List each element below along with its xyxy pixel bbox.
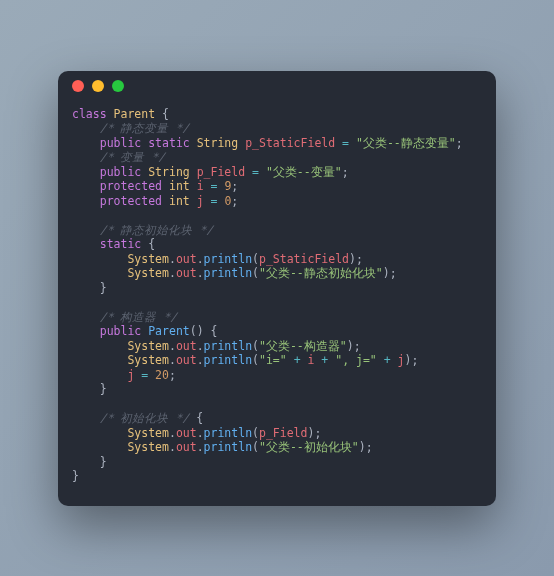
class-name: Parent: [114, 107, 156, 121]
comment: /* 初始化块 */: [100, 411, 190, 425]
brace: }: [100, 281, 107, 295]
string: "i=": [259, 353, 287, 367]
semicolon: ;: [342, 165, 349, 179]
keyword: static: [148, 136, 190, 150]
minimize-icon[interactable]: [92, 80, 104, 92]
class-ref: System: [127, 339, 169, 353]
dot: .: [169, 252, 176, 266]
dot: .: [169, 440, 176, 454]
identifier: i: [197, 179, 204, 193]
brace: }: [100, 455, 107, 469]
parens: () {: [190, 324, 218, 338]
code-window: class Parent { /* 静态变量 */ public static …: [58, 71, 496, 506]
dot: .: [197, 266, 204, 280]
brace: }: [72, 469, 79, 483]
paren: (: [252, 266, 259, 280]
constructor: Parent: [148, 324, 190, 338]
number: 20: [155, 368, 169, 382]
string: "父类--构造器": [259, 339, 347, 353]
field: out: [176, 353, 197, 367]
dot: .: [169, 426, 176, 440]
string: "父类--静态初始化块": [259, 266, 383, 280]
semicolon: ;: [169, 368, 176, 382]
code-block: class Parent { /* 静态变量 */ public static …: [58, 101, 496, 506]
paren: (: [252, 426, 259, 440]
brace: {: [189, 411, 203, 425]
method: println: [204, 252, 252, 266]
paren: );: [383, 266, 397, 280]
keyword: static: [100, 237, 142, 251]
dot: .: [197, 339, 204, 353]
comment: /* 变量 */: [100, 150, 166, 164]
operator: +: [377, 353, 398, 367]
titlebar: [58, 71, 496, 101]
dot: .: [197, 353, 204, 367]
paren: );: [307, 426, 321, 440]
dot: .: [197, 252, 204, 266]
brace: {: [155, 107, 169, 121]
close-icon[interactable]: [72, 80, 84, 92]
dot: .: [197, 440, 204, 454]
field: out: [176, 266, 197, 280]
identifier: p_StaticField: [245, 136, 335, 150]
operator: +: [287, 353, 308, 367]
keyword: public: [100, 324, 142, 338]
operator: =: [204, 194, 225, 208]
operator: =: [245, 165, 266, 179]
comment: /* 静态初始化块 */: [100, 223, 214, 237]
type: String: [197, 136, 239, 150]
paren: (: [252, 339, 259, 353]
identifier: j: [197, 194, 204, 208]
operator: =: [335, 136, 356, 150]
operator: =: [134, 368, 155, 382]
type: int: [169, 194, 190, 208]
string: "父类--变量": [266, 165, 342, 179]
argument: p_Field: [259, 426, 307, 440]
field: out: [176, 426, 197, 440]
method: println: [204, 440, 252, 454]
dot: .: [169, 339, 176, 353]
argument: p_StaticField: [259, 252, 349, 266]
keyword: public: [100, 136, 142, 150]
string: ", j=": [335, 353, 377, 367]
method: println: [204, 353, 252, 367]
field: out: [176, 339, 197, 353]
semicolon: ;: [231, 194, 238, 208]
paren: );: [349, 252, 363, 266]
dot: .: [197, 426, 204, 440]
string: "父类--初始化块": [259, 440, 359, 454]
dot: .: [169, 266, 176, 280]
keyword-class: class: [72, 107, 107, 121]
paren: (: [252, 353, 259, 367]
paren: (: [252, 252, 259, 266]
brace: }: [100, 382, 107, 396]
paren: );: [404, 353, 418, 367]
identifier: p_Field: [197, 165, 245, 179]
dot: .: [169, 353, 176, 367]
field: out: [176, 252, 197, 266]
operator: =: [204, 179, 225, 193]
method: println: [204, 266, 252, 280]
type: int: [169, 179, 190, 193]
paren: );: [347, 339, 361, 353]
class-ref: System: [127, 252, 169, 266]
method: println: [204, 426, 252, 440]
keyword: protected: [100, 194, 162, 208]
class-ref: System: [127, 353, 169, 367]
method: println: [204, 339, 252, 353]
comment: /* 构造器 */: [100, 310, 178, 324]
keyword: public: [100, 165, 142, 179]
operator: +: [314, 353, 335, 367]
string: "父类--静态变量": [356, 136, 456, 150]
comment: /* 静态变量 */: [100, 121, 190, 135]
paren: );: [359, 440, 373, 454]
maximize-icon[interactable]: [112, 80, 124, 92]
class-ref: System: [127, 426, 169, 440]
paren: (: [252, 440, 259, 454]
class-ref: System: [127, 440, 169, 454]
semicolon: ;: [456, 136, 463, 150]
field: out: [176, 440, 197, 454]
type: String: [148, 165, 190, 179]
semicolon: ;: [231, 179, 238, 193]
class-ref: System: [127, 266, 169, 280]
